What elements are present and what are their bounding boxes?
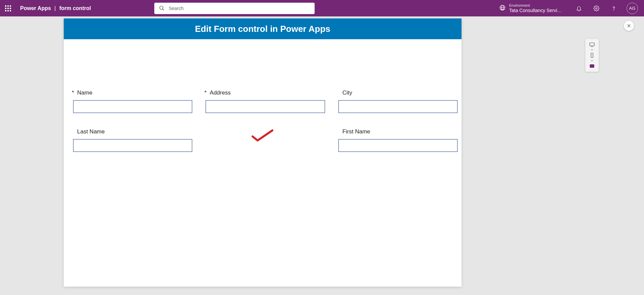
phone-icon bbox=[589, 52, 595, 58]
chevron-down-icon bbox=[590, 48, 594, 52]
field-label: Address bbox=[210, 90, 230, 96]
device-fit-window-button[interactable] bbox=[587, 63, 597, 69]
page-name[interactable]: form control bbox=[59, 5, 91, 11]
form-title: Edit Form control in Power Apps bbox=[195, 24, 330, 34]
field-label: Last Name bbox=[77, 128, 105, 135]
svg-rect-9 bbox=[590, 43, 594, 46]
field-label-row: City bbox=[336, 90, 455, 96]
field-first-name: First Name bbox=[336, 128, 455, 152]
app-title: Power Apps | form control bbox=[20, 5, 91, 11]
device-phone-chevron[interactable] bbox=[587, 59, 597, 62]
svg-rect-12 bbox=[590, 65, 594, 68]
field-label-row: Last Name bbox=[70, 128, 190, 135]
search-input[interactable]: Search bbox=[154, 3, 315, 14]
svg-point-0 bbox=[160, 6, 163, 9]
bell-icon bbox=[576, 5, 582, 11]
settings-button[interactable] bbox=[588, 0, 604, 16]
field-label-row: * Name bbox=[70, 90, 190, 96]
annotation-checkmark bbox=[203, 128, 322, 152]
help-button[interactable] bbox=[606, 0, 622, 16]
app-preview-canvas: Edit Form control in Power Apps * Name *… bbox=[64, 18, 462, 287]
close-preview-button[interactable] bbox=[624, 21, 634, 31]
field-city: City bbox=[336, 90, 455, 113]
field-last-name: Last Name bbox=[70, 128, 190, 152]
svg-line-1 bbox=[163, 9, 164, 10]
avatar-initials: AG bbox=[629, 6, 636, 11]
field-name: * Name bbox=[70, 90, 190, 113]
device-preview-panel bbox=[585, 39, 599, 72]
last-name-input[interactable] bbox=[73, 139, 192, 152]
environment-label: Environment bbox=[509, 3, 563, 7]
help-icon bbox=[611, 5, 617, 11]
device-phone-button[interactable] bbox=[587, 52, 597, 58]
first-name-input[interactable] bbox=[338, 139, 458, 152]
required-indicator: * bbox=[72, 90, 77, 96]
name-input[interactable] bbox=[73, 100, 192, 113]
field-label-row: First Name bbox=[336, 128, 455, 135]
app-name[interactable]: Power Apps bbox=[20, 5, 51, 11]
gear-icon bbox=[593, 5, 599, 11]
field-label: Name bbox=[77, 90, 92, 96]
environment-text: Environment Tata Consultancy Servic... bbox=[509, 3, 563, 13]
waffle-icon bbox=[5, 5, 11, 11]
field-label-row: * Address bbox=[203, 90, 322, 96]
title-separator: | bbox=[54, 5, 56, 11]
field-label: First Name bbox=[342, 128, 370, 135]
search-container: Search bbox=[154, 3, 315, 14]
app-launcher-button[interactable] bbox=[0, 0, 16, 16]
device-desktop-button[interactable] bbox=[587, 42, 597, 48]
header-right: Environment Tata Consultancy Servic... A… bbox=[499, 0, 641, 16]
form-body: * Name * Address City Last Name bbox=[64, 39, 462, 159]
city-input[interactable] bbox=[338, 100, 458, 113]
chevron-down-icon bbox=[590, 59, 594, 62]
address-input[interactable] bbox=[206, 100, 325, 113]
field-address: * Address bbox=[203, 90, 322, 113]
checkmark-icon bbox=[251, 129, 274, 142]
field-label: City bbox=[342, 90, 352, 96]
app-header: Power Apps | form control Search Environ… bbox=[0, 0, 644, 16]
svg-point-6 bbox=[613, 9, 614, 10]
close-icon bbox=[627, 23, 631, 28]
device-desktop-chevron[interactable] bbox=[587, 48, 597, 52]
desktop-icon bbox=[589, 42, 595, 48]
form-header: Edit Form control in Power Apps bbox=[64, 18, 462, 39]
globe-icon bbox=[499, 4, 506, 12]
environment-selector[interactable]: Environment Tata Consultancy Servic... bbox=[499, 3, 563, 13]
required-indicator: * bbox=[204, 90, 210, 96]
fit-window-icon bbox=[589, 63, 595, 69]
svg-point-5 bbox=[596, 7, 597, 9]
search-placeholder: Search bbox=[169, 6, 183, 11]
environment-name: Tata Consultancy Servic... bbox=[509, 8, 563, 13]
notifications-button[interactable] bbox=[571, 0, 587, 16]
svg-rect-11 bbox=[591, 53, 593, 58]
search-icon bbox=[159, 5, 165, 11]
user-avatar[interactable]: AG bbox=[627, 3, 638, 14]
